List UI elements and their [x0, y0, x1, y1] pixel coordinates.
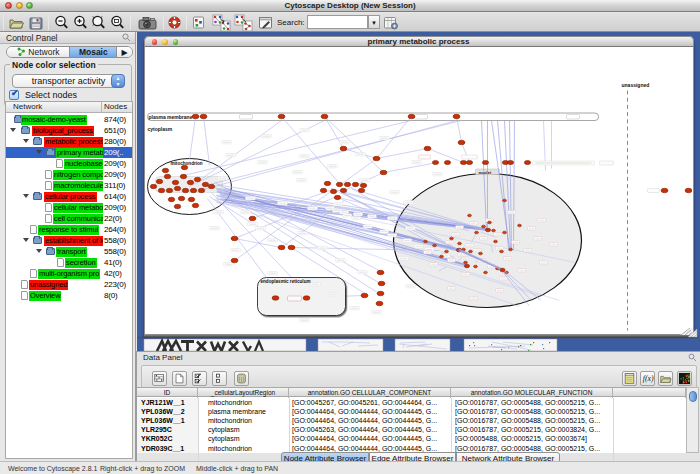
svg-text:f(x): f(x)	[643, 374, 654, 383]
